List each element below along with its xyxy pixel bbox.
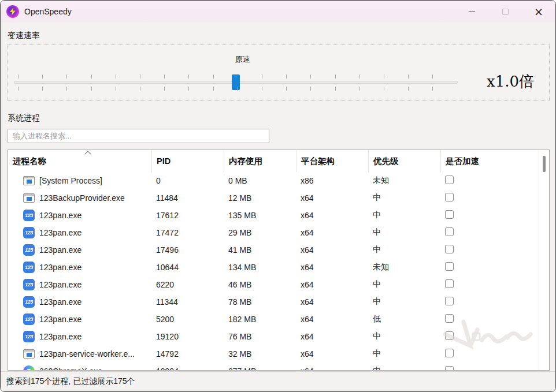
accelerate-checkbox[interactable] xyxy=(445,227,454,236)
process-priority: 中 xyxy=(368,366,440,371)
123pan-icon: 123 xyxy=(23,313,35,325)
process-pid: 5200 xyxy=(151,315,224,324)
slider-origin-label: 原速 xyxy=(215,54,270,65)
speed-slider-group: 原速 x1.0倍 xyxy=(8,44,550,101)
process-arch: x64 xyxy=(296,245,368,255)
process-memory: 0 MB xyxy=(224,176,296,185)
123pan-icon: 123 xyxy=(23,296,35,308)
accelerate-checkbox[interactable] xyxy=(445,210,454,219)
process-name: 123pan.exe xyxy=(39,280,81,289)
speed-value: x1.0倍 xyxy=(487,72,534,92)
table-row[interactable]: 123 123pan.exe 6220 46 MB x64 中 xyxy=(8,276,539,293)
column-header-arch[interactable]: 平台架构 xyxy=(296,150,368,172)
accelerate-checkbox[interactable] xyxy=(445,245,454,253)
lightning-bolt-icon xyxy=(9,8,16,16)
table-row[interactable]: 123 123pan.exe 17612 135 MB x64 中 xyxy=(8,207,539,224)
table-row[interactable]: 123 123pan.exe 5200 182 MB x64 低 xyxy=(8,311,539,328)
process-name: 123pan-service-worker.e... xyxy=(39,349,135,359)
maximize-button[interactable] xyxy=(488,1,522,23)
process-memory: 182 MB xyxy=(224,315,296,324)
process-arch: x64 xyxy=(296,367,368,371)
process-pid: 17472 xyxy=(151,228,224,237)
process-pid: 0 xyxy=(151,176,224,185)
table-row[interactable]: 123 123pan.exe 17496 41 MB x64 中 xyxy=(8,241,539,259)
minimize-button[interactable] xyxy=(455,1,488,23)
column-header-priority[interactable]: 优先级 xyxy=(368,150,440,172)
process-arch: x64 xyxy=(296,280,368,289)
123pan-icon: 123 xyxy=(23,331,35,342)
process-memory: 135 MB xyxy=(224,211,296,220)
process-arch: x64 xyxy=(296,263,368,272)
table-row[interactable]: 360ChromeX.exe 10904 277 MB x64 中 xyxy=(8,363,539,371)
accelerate-checkbox[interactable] xyxy=(445,193,454,201)
table-row[interactable]: 123 123pan.exe 17472 29 MB x64 中 xyxy=(8,224,539,241)
app-logo-icon xyxy=(6,5,19,18)
accelerate-checkbox[interactable] xyxy=(445,349,454,357)
default-app-icon xyxy=(23,176,35,185)
scrollbar-thumb[interactable] xyxy=(543,156,546,172)
360chrome-icon xyxy=(23,365,35,371)
column-header-memory[interactable]: 内存使用 xyxy=(224,150,296,172)
process-memory: 12 MB xyxy=(224,193,296,203)
table-row[interactable]: [System Process] 0 0 MB x86 未知 xyxy=(8,172,539,189)
process-arch: x64 xyxy=(296,332,368,341)
openspeedy-window: OpenSpeedy × 变速速率 原速 x1.0倍 系统进程 进程名称 PID… xyxy=(0,0,556,392)
accelerate-checkbox[interactable] xyxy=(445,314,454,323)
default-app-icon xyxy=(23,193,35,203)
process-arch: x64 xyxy=(296,349,368,359)
close-button[interactable]: × xyxy=(522,1,555,23)
process-arch: x64 xyxy=(296,228,368,237)
process-pid: 6220 xyxy=(151,280,224,289)
process-pid: 17612 xyxy=(151,211,224,220)
process-priority: 中 xyxy=(368,349,440,359)
table-body: [System Process] 0 0 MB x86 未知 123Backup… xyxy=(8,172,539,371)
process-pid: 14792 xyxy=(151,349,224,359)
accelerate-checkbox[interactable] xyxy=(445,366,454,371)
process-memory: 78 MB xyxy=(224,297,296,307)
table-row[interactable]: 123 123pan.exe 11344 78 MB x64 中 xyxy=(8,293,539,311)
close-icon: × xyxy=(534,6,543,17)
table-scrollbar[interactable] xyxy=(539,150,549,370)
accelerate-checkbox[interactable] xyxy=(445,297,454,305)
123pan-icon: 123 xyxy=(23,210,35,221)
process-memory: 41 MB xyxy=(224,245,296,255)
process-priority: 中 xyxy=(368,227,440,238)
process-table: 进程名称 PID 内存使用 平台架构 优先级 是否加速 [System Proc… xyxy=(8,150,550,371)
process-memory: 277 MB xyxy=(224,367,296,371)
process-name: 360ChromeX.exe xyxy=(39,367,102,371)
search-input[interactable] xyxy=(8,129,269,143)
process-arch: x64 xyxy=(296,315,368,324)
process-name: 123pan.exe xyxy=(39,245,81,255)
window-title: OpenSpeedy xyxy=(24,7,72,16)
123pan-icon: 123 xyxy=(23,244,35,256)
column-header-accelerate[interactable]: 是否加速 xyxy=(440,150,539,172)
status-text: 搜索到175个进程, 已过滤展示175个 xyxy=(6,376,135,387)
accelerate-checkbox[interactable] xyxy=(445,262,454,271)
accelerate-checkbox[interactable] xyxy=(445,331,454,340)
process-priority: 未知 xyxy=(368,262,440,272)
process-pid: 17496 xyxy=(151,245,224,255)
process-arch: x86 xyxy=(296,176,368,185)
table-header-row: 进程名称 PID 内存使用 平台架构 优先级 是否加速 xyxy=(8,150,539,172)
table-row[interactable]: 123 123pan.exe 19120 76 MB x64 中 xyxy=(8,328,539,345)
table-row[interactable]: 123pan-service-worker.e... 14792 32 MB x… xyxy=(8,345,539,363)
process-name: 123pan.exe xyxy=(39,228,81,237)
process-arch: x64 xyxy=(296,297,368,307)
column-header-pid[interactable]: PID xyxy=(151,150,224,172)
slider-ticks-bottom xyxy=(18,87,457,91)
table-row[interactable]: 123 123pan.exe 10644 134 MB x64 未知 xyxy=(8,259,539,276)
process-name: 123pan.exe xyxy=(39,315,81,324)
process-priority: 中 xyxy=(368,279,440,290)
column-header-name[interactable]: 进程名称 xyxy=(8,150,151,172)
process-arch: x64 xyxy=(296,211,368,220)
accelerate-checkbox[interactable] xyxy=(445,176,454,184)
table-row[interactable]: 123BackupProvider.exe 11484 12 MB x64 中 xyxy=(8,189,539,207)
process-name: 123BackupProvider.exe xyxy=(39,193,125,203)
process-priority: 低 xyxy=(368,314,440,324)
accelerate-checkbox[interactable] xyxy=(445,279,454,288)
process-pid: 19120 xyxy=(151,332,224,341)
speed-section-label: 变速速率 xyxy=(8,31,40,41)
default-app-icon xyxy=(23,349,35,359)
minimize-icon xyxy=(469,12,475,12)
process-name: 123pan.exe xyxy=(39,332,81,341)
